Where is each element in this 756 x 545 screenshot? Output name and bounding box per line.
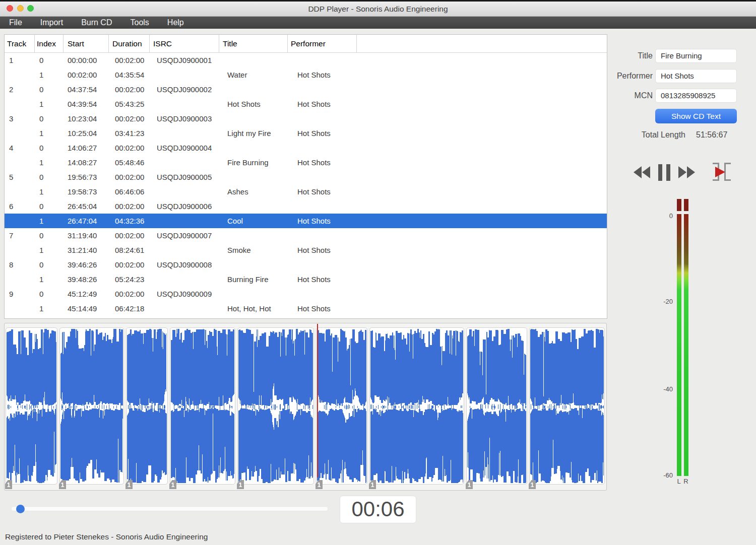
cell-performer: Hot Shots — [288, 67, 357, 82]
cell-start: 10:23:04 — [64, 111, 109, 126]
column-header-title[interactable]: Title — [219, 35, 288, 52]
cell-start: 00:00:00 — [64, 53, 109, 67]
column-header-isrc[interactable]: ISRC — [150, 35, 219, 52]
menu-item-help[interactable]: Help — [158, 17, 193, 29]
waveform-track-2[interactable]: 1 — [59, 327, 124, 485]
waveform-track-3[interactable]: 1 — [126, 327, 168, 485]
table-row-selected[interactable]: 126:47:0404:32:36CoolHot Shots — [5, 214, 607, 228]
play-marker-button[interactable] — [713, 163, 731, 181]
cell-start: 31:21:40 — [64, 243, 109, 257]
waveform-track-6[interactable]: 1 — [316, 327, 367, 485]
table-row[interactable]: 7031:19:4000:02:00USQDJ0900007 — [5, 228, 607, 243]
seek-slider-track[interactable] — [11, 506, 328, 511]
cell-duration: 00:02:00 — [109, 199, 150, 214]
cell-filler — [357, 126, 607, 141]
cell-performer — [288, 170, 357, 184]
waveform-track-9[interactable]: 1 — [529, 327, 605, 485]
cell-isrc: USQDJ0900009 — [150, 287, 219, 301]
table-row[interactable]: 2004:37:5400:02:00USQDJ0900002 — [5, 82, 607, 97]
cell-index: 1 — [35, 155, 64, 170]
show-cd-text-button[interactable]: Show CD Text — [655, 109, 737, 123]
cell-index: 1 — [35, 272, 64, 287]
cell-title — [219, 111, 288, 126]
meter-scale-20: -20 — [645, 298, 673, 305]
column-header-duration[interactable]: Duration — [109, 35, 150, 52]
cell-track — [5, 97, 35, 111]
table-row[interactable]: 131:21:4008:24:61SmokeHot Shots — [5, 243, 607, 257]
fast-forward-button[interactable] — [678, 166, 696, 178]
table-row[interactable]: 100:02:0004:35:54WaterHot Shots — [5, 67, 607, 82]
cell-isrc: USQDJ0900008 — [150, 257, 219, 272]
table-row[interactable]: 9045:12:4900:02:00USQDJ0900009 — [5, 287, 607, 301]
table-row[interactable]: 8039:46:2600:02:00USQDJ0900008 — [5, 257, 607, 272]
column-header-index[interactable]: Index — [35, 35, 64, 52]
waveform-track-1[interactable]: 1 — [6, 327, 57, 485]
cell-filler — [357, 82, 607, 97]
menu-item-file[interactable]: File — [0, 17, 31, 29]
cell-track — [5, 184, 35, 199]
pause-button[interactable] — [658, 164, 671, 181]
cell-title: Cool — [219, 214, 288, 228]
cell-isrc — [150, 67, 219, 82]
table-row[interactable]: 114:08:2705:48:46Fire BurningHot Shots — [5, 155, 607, 170]
cell-track: 3 — [5, 111, 35, 126]
menu-item-burn-cd[interactable]: Burn CD — [72, 17, 121, 29]
seek-slider-thumb[interactable] — [16, 505, 25, 513]
performer-field[interactable]: Hot Shots — [655, 69, 737, 83]
menu-item-import[interactable]: Import — [31, 17, 72, 29]
cell-title: Burning Fire — [219, 272, 288, 287]
table-row[interactable]: 145:14:4906:42:18Hot, Hot, HotHot Shots — [5, 301, 607, 316]
cell-duration: 00:02:00 — [109, 111, 150, 126]
table-row[interactable]: 6026:45:0400:02:00USQDJ0900006 — [5, 199, 607, 214]
rewind-button[interactable] — [634, 166, 651, 178]
cell-track: 7 — [5, 228, 35, 243]
table-row[interactable]: 119:58:7306:46:06AshesHot Shots — [5, 184, 607, 199]
column-header-performer[interactable]: Performer — [288, 35, 357, 52]
cell-index: 0 — [35, 82, 64, 97]
table-row[interactable]: 3010:23:0400:02:00USQDJ0900003 — [5, 111, 607, 126]
cell-track — [5, 243, 35, 257]
table-row[interactable]: 110:25:0403:41:23Light my FireHot Shots — [5, 126, 607, 141]
cell-start: 04:37:54 — [64, 82, 109, 97]
table-row[interactable]: 4014:06:2700:02:00USQDJ0900004 — [5, 141, 607, 155]
meter-right-channel-label: R — [683, 478, 688, 485]
meter-right-over-indicator — [684, 199, 688, 211]
cell-isrc — [150, 243, 219, 257]
table-row[interactable]: 1000:00:0000:02:00USQDJ0900001 — [5, 53, 607, 67]
cell-start: 26:45:04 — [64, 199, 109, 214]
cell-duration: 00:02:00 — [109, 228, 150, 243]
cell-track: 5 — [5, 170, 35, 184]
cell-performer: Hot Shots — [288, 97, 357, 111]
mcn-field[interactable]: 0813285908925 — [655, 89, 737, 103]
cell-filler — [357, 199, 607, 214]
menu-item-tools[interactable]: Tools — [121, 17, 158, 29]
cell-performer: Hot Shots — [288, 126, 357, 141]
cell-duration: 05:43:25 — [109, 97, 150, 111]
cell-index: 0 — [35, 53, 64, 67]
cell-performer: Hot Shots — [288, 184, 357, 199]
cell-isrc — [150, 214, 219, 228]
cell-isrc — [150, 126, 219, 141]
cell-duration: 00:02:00 — [109, 141, 150, 155]
cell-duration: 00:02:00 — [109, 82, 150, 97]
cell-index: 0 — [35, 257, 64, 272]
waveform-track-4[interactable]: 1 — [170, 327, 235, 485]
title-field[interactable]: Fire Burning — [655, 49, 737, 63]
table-row[interactable]: 5019:56:7300:02:00USQDJ0900005 — [5, 170, 607, 184]
cell-filler — [357, 287, 607, 301]
column-header-start[interactable]: Start — [64, 35, 109, 52]
cell-duration: 00:02:00 — [109, 53, 150, 67]
cell-isrc: USQDJ0900001 — [150, 53, 219, 67]
cell-index: 0 — [35, 228, 64, 243]
waveform-track-7[interactable]: 1 — [369, 327, 464, 485]
waveform-track-8[interactable]: 1 — [466, 327, 527, 485]
meter-scale-60: -60 — [645, 471, 673, 479]
cell-duration: 00:02:00 — [109, 287, 150, 301]
table-row[interactable]: 139:48:2605:24:23Burning FireHot Shots — [5, 272, 607, 287]
cell-performer — [288, 257, 357, 272]
waveform-track-5[interactable]: 1 — [237, 327, 314, 485]
column-header-track[interactable]: Track — [5, 35, 35, 52]
table-row[interactable]: 104:39:5405:43:25Hot ShotsHot Shots — [5, 97, 607, 111]
cell-title: Ashes — [219, 184, 288, 199]
cell-index: 0 — [35, 170, 64, 184]
